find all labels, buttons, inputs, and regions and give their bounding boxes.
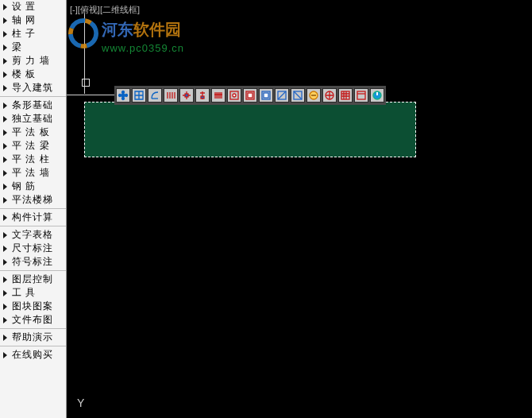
sidebar-item-label: 图块图案 bbox=[12, 300, 53, 313]
submenu-arrow-icon bbox=[3, 215, 7, 221]
svg-point-3 bbox=[122, 91, 125, 94]
sidebar-item[interactable]: 楼 板 bbox=[0, 68, 66, 81]
profile-icon[interactable] bbox=[148, 88, 162, 103]
sidebar-separator bbox=[0, 270, 66, 271]
sidebar-item-label: 在线购买 bbox=[12, 348, 53, 362]
svg-point-4 bbox=[122, 98, 125, 100]
svg-point-2 bbox=[121, 94, 125, 97]
sidebar-separator bbox=[0, 96, 66, 97]
crosshair-horizontal bbox=[67, 95, 114, 95]
sidebar-item[interactable]: 图层控制 bbox=[0, 273, 66, 286]
sidebar-item[interactable]: 文字表格 bbox=[0, 228, 66, 242]
sidebar-item[interactable]: 独立基础 bbox=[0, 112, 66, 126]
submenu-arrow-icon bbox=[3, 317, 7, 323]
sidebar-item-label: 平 法 柱 bbox=[12, 153, 50, 166]
sidebar-item[interactable]: 梁 bbox=[0, 41, 66, 54]
sidebar-item-label: 剪 力 墙 bbox=[12, 54, 50, 68]
sidebar-item[interactable]: 符号标注 bbox=[0, 255, 66, 269]
box-r-icon[interactable] bbox=[243, 88, 257, 103]
sidebar-item-label: 独立基础 bbox=[12, 112, 53, 126]
sidebar-item[interactable]: 平 法 板 bbox=[0, 126, 66, 139]
sidebar-item[interactable]: 导入建筑 bbox=[0, 81, 66, 95]
sidebar-item-label: 楼 板 bbox=[12, 68, 36, 81]
submenu-arrow-icon bbox=[3, 277, 7, 283]
selection-rect bbox=[84, 102, 416, 157]
sidebar-item-label: 工 具 bbox=[12, 286, 36, 300]
submenu-arrow-icon bbox=[3, 304, 7, 310]
sidebar-item-label: 图层控制 bbox=[12, 273, 53, 286]
sidebar-item-label: 柱 子 bbox=[12, 27, 36, 41]
circle-icon[interactable] bbox=[306, 88, 321, 103]
submenu-arrow-icon bbox=[3, 184, 7, 190]
sidebar-item-label: 文件布图 bbox=[12, 313, 53, 327]
submenu-arrow-icon bbox=[3, 58, 7, 64]
submenu-arrow-icon bbox=[3, 4, 7, 10]
sidebar-item-label: 梁 bbox=[12, 41, 22, 54]
submenu-arrow-icon bbox=[3, 197, 7, 203]
sidebar-item[interactable]: 文件布图 bbox=[0, 313, 66, 327]
svg-rect-12 bbox=[248, 93, 253, 98]
power-icon[interactable] bbox=[370, 88, 384, 103]
sidebar-item-label: 条形基础 bbox=[12, 99, 53, 112]
sidebar-item[interactable]: 设 置 bbox=[0, 0, 66, 14]
marker-icon[interactable] bbox=[195, 88, 210, 103]
submenu-arrow-icon bbox=[3, 45, 7, 51]
submenu-arrow-icon bbox=[3, 290, 7, 296]
sidebar-item[interactable]: 平 法 柱 bbox=[0, 153, 66, 166]
sidebar-item[interactable]: 在线购买 bbox=[0, 348, 66, 362]
flower-icon[interactable] bbox=[116, 88, 130, 103]
submenu-arrow-icon bbox=[3, 17, 7, 24]
submenu-arrow-icon bbox=[3, 143, 7, 149]
drawing-canvas[interactable] bbox=[67, 0, 532, 418]
target-icon[interactable] bbox=[227, 88, 241, 103]
sidebar-item-label: 文字表格 bbox=[12, 228, 53, 242]
sidebar: 设 置轴 网柱 子梁剪 力 墙楼 板导入建筑条形基础独立基础平 法 板平 法 梁… bbox=[0, 0, 67, 418]
submenu-arrow-icon bbox=[3, 116, 7, 122]
sidebar-item-label: 钢 筋 bbox=[12, 180, 36, 193]
sidebar-item[interactable]: 平法楼梯 bbox=[0, 193, 66, 207]
submenu-arrow-icon bbox=[3, 157, 7, 163]
sidebar-item[interactable]: 平 法 墙 bbox=[0, 166, 66, 180]
cross-icon[interactable] bbox=[179, 88, 194, 103]
sidebar-separator bbox=[0, 208, 66, 209]
columns-icon[interactable] bbox=[164, 88, 178, 103]
submenu-arrow-icon bbox=[3, 352, 7, 358]
sidebar-separator bbox=[0, 346, 66, 346]
sidebar-item[interactable]: 柱 子 bbox=[0, 27, 66, 41]
sidebar-item[interactable]: 构件计算 bbox=[0, 211, 66, 224]
submenu-arrow-icon bbox=[3, 31, 7, 37]
diag1-icon[interactable] bbox=[275, 88, 289, 103]
circle2-icon[interactable] bbox=[322, 88, 337, 103]
sidebar-item-label: 帮助演示 bbox=[12, 331, 53, 344]
sidebar-item[interactable]: 工 具 bbox=[0, 286, 66, 300]
sidebar-item[interactable]: 剪 力 墙 bbox=[0, 54, 66, 68]
svg-rect-20 bbox=[357, 91, 365, 99]
sidebar-item[interactable]: 钢 筋 bbox=[0, 180, 66, 193]
submenu-arrow-icon bbox=[3, 170, 7, 176]
floating-toolbar[interactable] bbox=[114, 86, 386, 105]
sidebar-item-label: 平 法 墙 bbox=[12, 166, 50, 180]
sidebar-item-label: 尺寸标注 bbox=[12, 242, 53, 255]
viewport-label[interactable]: [-][俯视][二维线框] bbox=[70, 4, 140, 16]
sidebar-item[interactable]: 条形基础 bbox=[0, 99, 66, 112]
sidebar-item[interactable]: 轴 网 bbox=[0, 14, 66, 27]
box-b-icon[interactable] bbox=[259, 88, 273, 103]
sidebar-item[interactable]: 尺寸标注 bbox=[0, 242, 66, 255]
svg-point-6 bbox=[125, 95, 128, 97]
fence-icon[interactable] bbox=[211, 88, 226, 103]
svg-rect-7 bbox=[185, 94, 188, 97]
sidebar-item[interactable]: 图块图案 bbox=[0, 300, 66, 313]
sidebar-item-label: 平 法 板 bbox=[12, 126, 50, 139]
diag2-icon[interactable] bbox=[291, 88, 305, 103]
sidebar-item[interactable]: 平 法 梁 bbox=[0, 139, 66, 153]
submenu-arrow-icon bbox=[3, 246, 7, 252]
submenu-arrow-icon bbox=[3, 335, 7, 341]
svg-point-5 bbox=[119, 95, 121, 97]
sidebar-item-label: 构件计算 bbox=[12, 211, 53, 224]
board-icon[interactable] bbox=[354, 88, 368, 103]
grid-icon[interactable] bbox=[132, 88, 146, 103]
table-icon[interactable] bbox=[338, 88, 353, 103]
crosshair-pickbox bbox=[82, 79, 90, 87]
sidebar-item[interactable]: 帮助演示 bbox=[0, 331, 66, 344]
sidebar-item-label: 导入建筑 bbox=[12, 81, 53, 95]
